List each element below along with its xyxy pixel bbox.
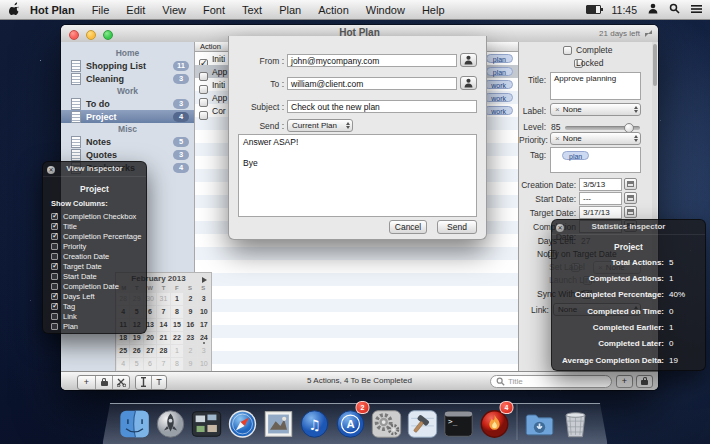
search-field[interactable]: Title (490, 375, 612, 388)
calendar-day[interactable]: 14 (157, 319, 169, 331)
calendar-day[interactable]: 15 (171, 319, 183, 331)
column-toggle-priority[interactable]: Priority (43, 241, 146, 251)
calendar-day[interactable]: 22 (171, 332, 183, 344)
calendar-day[interactable]: 2 (184, 293, 196, 305)
calendar-day[interactable]: 1 (171, 345, 183, 357)
next-month-button[interactable] (202, 277, 207, 283)
send-button[interactable]: Send (437, 220, 477, 234)
from-contacts-button[interactable] (460, 53, 477, 67)
sidebar-item-project[interactable]: Project4 (61, 110, 194, 123)
battery-icon[interactable] (586, 5, 601, 14)
start-date-calendar-button[interactable] (624, 192, 637, 204)
calendar-day[interactable]: 28 (157, 345, 169, 357)
sidebar-item-shopping-list[interactable]: Shopping List11 (61, 59, 194, 72)
column-toggle-completion-checkbox[interactable]: Completion Checkbox (43, 211, 146, 221)
user-icon[interactable] (648, 3, 658, 16)
column-toggle-completion-date[interactable]: Completion Date (43, 281, 146, 291)
calendar-day[interactable]: 3 (198, 293, 210, 305)
calendar-day[interactable]: 9 (184, 358, 196, 370)
creation-date-calendar-button[interactable] (624, 178, 637, 190)
menu-file[interactable]: File (92, 4, 110, 16)
target-date-field[interactable]: 3/17/13 (579, 206, 622, 219)
row-checkbox[interactable] (199, 111, 208, 120)
column-checkbox[interactable] (51, 313, 58, 320)
notification-center-icon[interactable] (691, 4, 702, 16)
calendar-day[interactable]: 16 (184, 319, 196, 331)
calendar-day[interactable]: 7 (157, 358, 169, 370)
column-checkbox[interactable] (51, 243, 58, 250)
calendar-day[interactable]: 8 (171, 306, 183, 318)
calendar-day[interactable]: 31 (157, 293, 169, 305)
column-checkbox[interactable] (51, 223, 58, 230)
menu-view[interactable]: View (162, 4, 186, 16)
target-date-calendar-button[interactable] (624, 206, 637, 218)
column-checkbox[interactable] (51, 253, 58, 260)
lock-plan-button[interactable] (636, 375, 653, 388)
calendar-day[interactable]: 17 (198, 319, 210, 331)
column-toggle-link[interactable]: Link (43, 311, 146, 321)
sidebar-item-notes[interactable]: Notes5 (61, 135, 194, 148)
add-plan-button[interactable]: + (616, 375, 633, 388)
dock-itunes[interactable]: ♫ (297, 403, 333, 441)
level-slider[interactable] (565, 126, 640, 130)
column-toggle-plan[interactable]: Plan (43, 321, 146, 331)
calendar-day[interactable]: 6 (144, 358, 156, 370)
creation-date-field[interactable]: 3/5/13 (579, 178, 622, 191)
sidebar-item-to-do[interactable]: To do3 (61, 97, 194, 110)
dock-finder[interactable] (117, 403, 153, 441)
close-icon[interactable]: ✕ (556, 224, 564, 232)
dock-trash[interactable] (558, 403, 594, 441)
calendar-day[interactable]: 1 (171, 293, 183, 305)
dock-hot-plan[interactable]: 4 (477, 403, 513, 441)
start-date-field[interactable]: --- (579, 192, 622, 205)
scrollbar-thumb[interactable] (653, 44, 657, 86)
menu-window[interactable]: Window (366, 4, 405, 16)
dock-downloads[interactable] (522, 403, 558, 441)
column-toggle-creation-date[interactable]: Creation Date (43, 251, 146, 261)
column-checkbox[interactable] (51, 303, 58, 310)
menu-text[interactable]: Text (242, 4, 262, 16)
to-contacts-button[interactable] (460, 76, 477, 90)
title-field[interactable]: Approve planning (550, 72, 641, 100)
column-toggle-start-date[interactable]: Start Date (43, 271, 146, 281)
from-input[interactable]: john@mycompany.com (287, 54, 457, 67)
calendar-day[interactable]: 10 (198, 358, 210, 370)
dock-system-preferences[interactable] (369, 403, 405, 441)
calendar-day[interactable]: 26 (130, 345, 142, 357)
calendar-day[interactable]: 8 (171, 358, 183, 370)
calendar-day[interactable]: 27 (144, 345, 156, 357)
menu-edit[interactable]: Edit (126, 4, 145, 16)
menu-help[interactable]: Help (422, 4, 445, 16)
calendar-day[interactable]: 25 (117, 345, 129, 357)
spotlight-icon[interactable] (669, 3, 680, 16)
column-checkbox[interactable] (51, 293, 58, 300)
sidebar-item-quotes[interactable]: Quotes3 (61, 148, 194, 161)
calendar-day[interactable]: 20 (144, 332, 156, 344)
column-toggle-tag[interactable]: Tag (43, 301, 146, 311)
send-plan-popup[interactable]: Current Plan (287, 119, 353, 132)
menu-font[interactable]: Font (203, 4, 225, 16)
column-checkbox[interactable] (51, 283, 58, 290)
priority-popup[interactable]: × None (550, 132, 641, 145)
message-body-input[interactable]: Answer ASAP! Bye (238, 134, 477, 217)
calendar-day[interactable]: 2 (184, 345, 196, 357)
dock-mail[interactable] (261, 403, 297, 441)
calendar-day[interactable]: 10 (198, 306, 210, 318)
dock-launchpad[interactable] (153, 403, 189, 441)
tag-field[interactable]: plan (550, 147, 641, 173)
calendar-day[interactable]: 3 (198, 345, 210, 357)
fullscreen-icon[interactable] (645, 30, 652, 37)
column-checkbox[interactable] (51, 273, 58, 280)
dock-mission-control[interactable] (189, 403, 225, 441)
calendar-day[interactable]: 5 (130, 358, 142, 370)
menu-plan[interactable]: Plan (279, 4, 301, 16)
dock-terminal[interactable]: >_ (441, 403, 477, 441)
calendar-day[interactable]: 23 (184, 332, 196, 344)
dock-app-store[interactable]: A2 (333, 403, 369, 441)
cancel-button[interactable]: Cancel (389, 220, 427, 234)
column-checkbox[interactable] (51, 263, 58, 270)
complete-checkbox[interactable] (563, 46, 572, 55)
calendar-day[interactable]: 4 (117, 358, 129, 370)
calendar-day[interactable]: 21 (157, 332, 169, 344)
column-checkbox[interactable] (51, 213, 58, 220)
